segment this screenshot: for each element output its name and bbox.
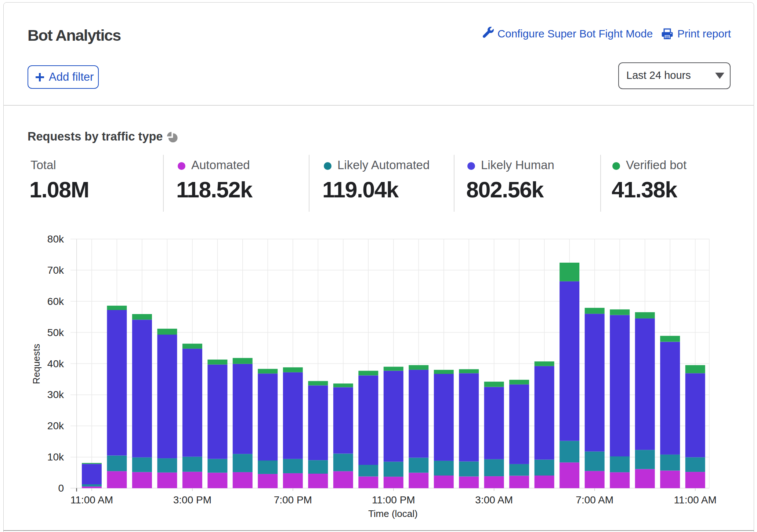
svg-text:60k: 60k (47, 296, 64, 307)
svg-text:30k: 30k (47, 389, 64, 400)
svg-text:3:00 PM: 3:00 PM (173, 494, 211, 506)
svg-text:7:00 AM: 7:00 AM (576, 494, 613, 506)
svg-text:11:00 PM: 11:00 PM (372, 494, 415, 506)
svg-text:Time (local): Time (local) (368, 508, 418, 519)
svg-text:7:00 PM: 7:00 PM (274, 494, 312, 506)
svg-text:10k: 10k (47, 451, 64, 463)
svg-text:80k: 80k (47, 233, 64, 245)
svg-text:40k: 40k (47, 358, 64, 369)
svg-text:11:00 AM: 11:00 AM (70, 494, 113, 506)
svg-text:11:00 AM: 11:00 AM (674, 494, 717, 506)
svg-text:0: 0 (58, 482, 64, 494)
svg-text:50k: 50k (47, 327, 64, 338)
svg-text:20k: 20k (47, 420, 64, 431)
svg-text:Requests: Requests (31, 344, 42, 384)
svg-text:3:00 AM: 3:00 AM (475, 494, 513, 506)
svg-text:70k: 70k (47, 265, 64, 276)
